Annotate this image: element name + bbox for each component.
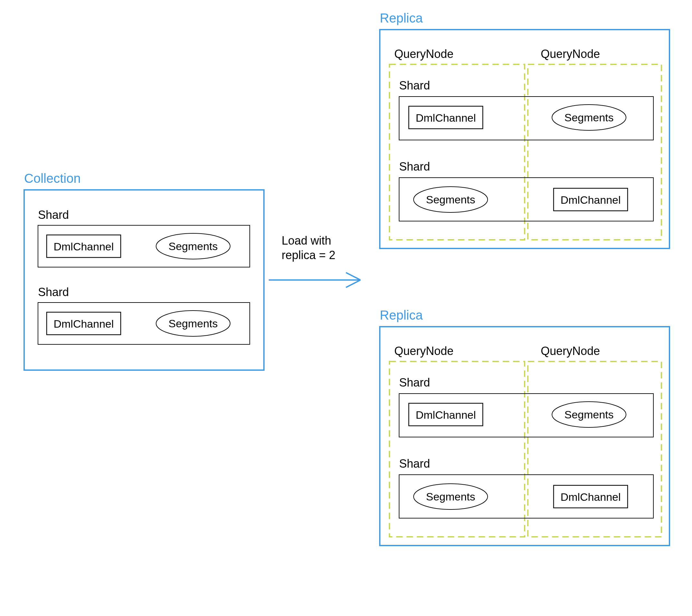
collection-shard2-seg: Segments (168, 317, 218, 330)
replica2-title: Replica (380, 308, 423, 322)
collection-shard1-dml: DmlChannel (53, 240, 114, 252)
replica1-qn2: QueryNode (541, 47, 600, 61)
replica1-title: Replica (380, 11, 423, 25)
replica1-shard2-label: Shard (399, 160, 430, 173)
replica1-qn1: QueryNode (394, 47, 454, 61)
collection-title: Collection (24, 171, 81, 185)
collection-shard2-label: Shard (38, 285, 69, 299)
arrow-label-line1: Load with (282, 234, 331, 247)
collection-shard2-dml: DmlChannel (53, 318, 114, 330)
replica1-shard2-dml: DmlChannel (560, 194, 621, 206)
replica2-shard1-label: Shard (399, 376, 430, 389)
replica2-shard2-dml: DmlChannel (560, 491, 621, 503)
replica1-shard1-seg: Segments (564, 111, 613, 124)
replica1-shard2-seg: Segments (426, 193, 475, 206)
diagram-root: Collection Shard DmlChannel Segments Sha… (0, 0, 692, 616)
arrow-label-line2: replica = 2 (282, 248, 336, 262)
replica2-shard2-label: Shard (399, 457, 430, 470)
replica2-qn1: QueryNode (394, 344, 454, 357)
replica1-shard1-label: Shard (399, 79, 430, 92)
collection-shard1-label: Shard (38, 208, 69, 221)
replica2-shard2-seg: Segments (426, 490, 475, 503)
replica1-shard1-dml: DmlChannel (415, 112, 476, 124)
replica2-qn2: QueryNode (541, 344, 600, 357)
collection-shard1-seg: Segments (168, 240, 218, 252)
replica2-shard1-dml: DmlChannel (415, 409, 476, 421)
replica2-shard1-seg: Segments (564, 409, 613, 421)
